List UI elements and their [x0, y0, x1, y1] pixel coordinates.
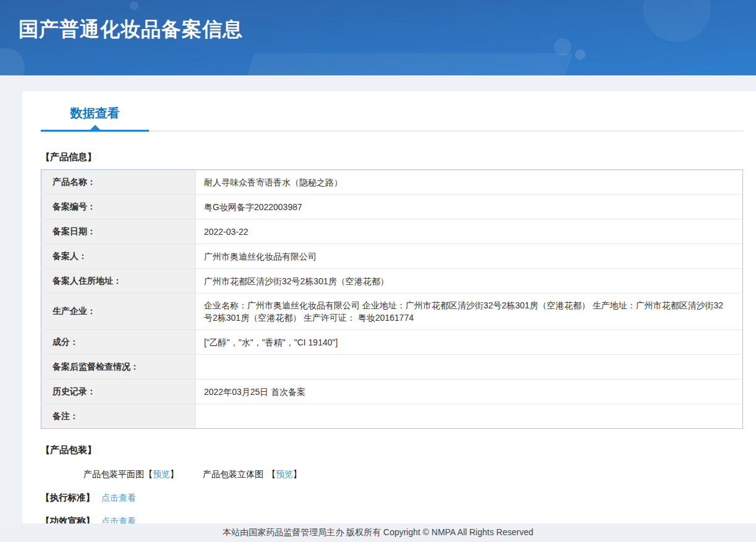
row-value: [196, 355, 743, 379]
row-value: 广州市奥迪丝化妆品有限公司: [196, 244, 743, 269]
page: 国产普通化妆品备案信息 数据查看 【产品信息】 产品名称：耐人寻味众香寄语香水（…: [0, 0, 756, 542]
bracket-close: 】: [293, 469, 302, 479]
packaging-3d-label: 产品包装立体图: [203, 469, 263, 479]
page-footer: 本站由国家药品监督管理局主办 版权所有 Copyright © NMPA All…: [0, 523, 756, 542]
row-value: 粤G妆网备字2022003987: [196, 195, 743, 219]
table-row: 产品名称：耐人寻味众香寄语香水（隐秘之路）: [41, 170, 743, 195]
bracket-open: 【: [144, 469, 153, 479]
header-decoration-circle: [130, 1, 138, 10]
header-decoration-circle: [0, 48, 25, 75]
row-label: 备案人：: [41, 244, 196, 269]
header-decoration-circle: [643, 0, 711, 42]
tab-bar: 数据查看: [41, 105, 743, 132]
row-label: 备案人住所地址：: [41, 269, 196, 294]
row-label: 历史记录：: [41, 379, 196, 404]
row-value: 耐人寻味众香寄语香水（隐秘之路）: [196, 170, 743, 195]
table-row: 备案后监督检查情况：: [41, 355, 743, 379]
packaging-3d-preview-link[interactable]: 预览: [276, 469, 293, 479]
header-decoration-shape: [240, 53, 573, 75]
copyright-text: 本站由国家药品监督管理局主办 版权所有 Copyright © NMPA All…: [223, 527, 533, 538]
packaging-flat-group: 产品包装平面图【预览】: [83, 469, 181, 479]
row-value: 广州市花都区清沙街32号2栋301房（空港花都）: [196, 269, 743, 294]
table-row: 生产企业：企业名称：广州市奥迪丝化妆品有限公司 企业地址：广州市花都区清沙街32…: [41, 294, 743, 330]
execution-standard-row: 【执行标准】 点击查看: [41, 492, 743, 504]
row-value: ["乙醇"，"水"，"香精"，"CI 19140"]: [196, 330, 743, 355]
packaging-flat-preview-link[interactable]: 预览: [153, 469, 170, 479]
table-row: 成分：["乙醇"，"水"，"香精"，"CI 19140"]: [41, 330, 743, 355]
section-title-packaging: 【产品包装】: [41, 444, 743, 456]
bracket-open: 【: [267, 469, 276, 479]
packaging-flat-label: 产品包装平面图: [83, 469, 144, 479]
row-label: 备注：: [41, 404, 196, 429]
content-card: 数据查看 【产品信息】 产品名称：耐人寻味众香寄语香水（隐秘之路）备案编号：粤G…: [22, 91, 756, 523]
header-decoration-circle: [575, 49, 585, 60]
bracket-close: 】: [170, 469, 179, 479]
execution-standard-label: 【执行标准】: [41, 493, 95, 502]
table-row: 备案人：广州市奥迪丝化妆品有限公司: [41, 244, 743, 269]
row-label: 产品名称：: [41, 170, 196, 195]
product-table-body: 产品名称：耐人寻味众香寄语香水（隐秘之路）备案编号：粤G妆网备字20220039…: [41, 170, 743, 429]
row-value: 2022-03-22: [196, 219, 743, 244]
tab-bar-divider: [149, 130, 743, 132]
row-label: 生产企业：: [41, 294, 196, 330]
table-row: 备案人住所地址：广州市花都区清沙街32号2栋301房（空港花都）: [41, 269, 743, 294]
section-title-product-info: 【产品信息】: [41, 151, 743, 163]
tab-data-view[interactable]: 数据查看: [41, 105, 149, 132]
row-value: 2022年03月25日 首次备案: [196, 379, 743, 404]
tab-data-view-label: 数据查看: [70, 106, 120, 120]
row-label: 备案后监督检查情况：: [41, 355, 196, 379]
active-tab-arrow-icon: [90, 125, 100, 130]
row-label: 成分：: [41, 330, 196, 355]
table-row: 备案日期：2022-03-22: [41, 219, 743, 244]
table-row: 历史记录：2022年03月25日 首次备案: [41, 379, 743, 404]
row-label: 备案日期：: [41, 219, 196, 244]
row-value: [196, 404, 743, 429]
row-value: 企业名称：广州市奥迪丝化妆品有限公司 企业地址：广州市花都区清沙街32号2栋30…: [196, 294, 743, 330]
packaging-preview-row: 产品包装平面图【预览】 产品包装立体图【预览】: [41, 469, 743, 480]
page-header: 国产普通化妆品备案信息: [0, 0, 756, 75]
table-row: 备注：: [41, 404, 743, 429]
active-tab-underline: [41, 130, 149, 132]
table-row: 备案编号：粤G妆网备字2022003987: [41, 195, 743, 219]
packaging-3d-group: 产品包装立体图【预览】: [203, 469, 302, 479]
page-title: 国产普通化妆品备案信息: [19, 16, 243, 43]
product-info-table: 产品名称：耐人寻味众香寄语香水（隐秘之路）备案编号：粤G妆网备字20220039…: [41, 169, 743, 429]
execution-standard-view-link[interactable]: 点击查看: [101, 493, 136, 502]
row-label: 备案编号：: [41, 195, 196, 219]
